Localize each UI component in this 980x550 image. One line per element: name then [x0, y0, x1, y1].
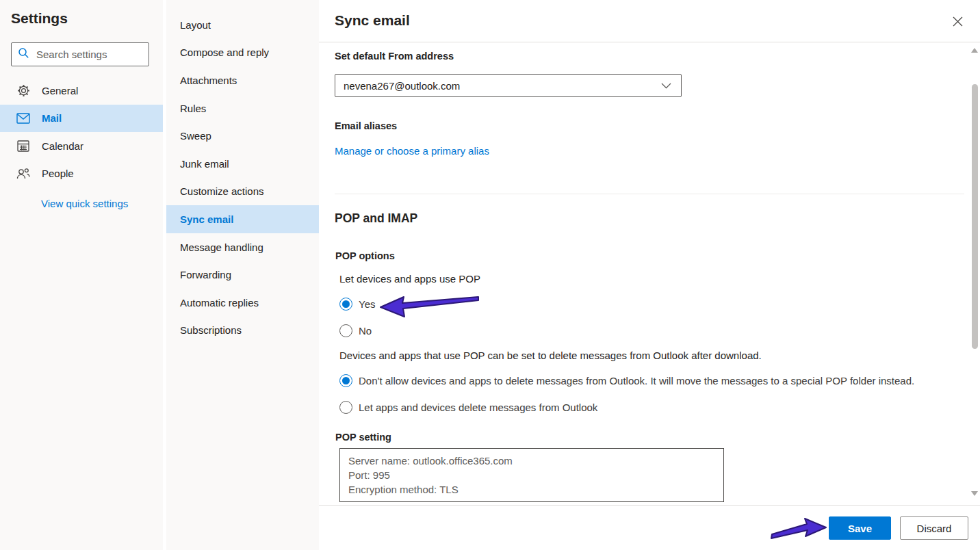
search-settings-input[interactable] [36, 49, 139, 60]
chevron-down-icon [661, 79, 671, 92]
set-default-from-address-label: Set default From address [335, 51, 454, 62]
search-icon [18, 47, 29, 62]
sidebar-item-mail[interactable]: Mail [0, 105, 163, 133]
pop-options-label: POP options [335, 250, 395, 261]
section-divider [335, 194, 964, 194]
close-icon[interactable] [950, 14, 965, 29]
calendar-icon [16, 139, 30, 153]
sync-email-panel: Sync email Set default From address neve… [319, 0, 980, 550]
radio-yes[interactable] [339, 298, 352, 311]
nav-item-attachments[interactable]: Attachments [166, 66, 319, 94]
settings-category-nav: General Mail [0, 77, 163, 187]
pop-setting-box: Server name: outlook.office365.com Port:… [339, 448, 724, 502]
let-delete-option[interactable]: Let apps and devices delete messages fro… [339, 401, 597, 414]
nav-item-forwarding[interactable]: Forwarding [166, 261, 319, 289]
nav-item-compose-and-reply[interactable]: Compose and reply [166, 39, 319, 67]
gear-icon [16, 83, 30, 97]
panel-footer: Save Discard [319, 505, 980, 550]
radio-yes-label: Yes [359, 298, 375, 310]
nav-item-sync-email[interactable]: Sync email [166, 205, 319, 233]
from-address-dropdown[interactable]: nevena267@outlook.com [335, 74, 682, 97]
sidebar-item-calendar[interactable]: Calendar [0, 132, 163, 160]
nav-item-rules[interactable]: Rules [166, 94, 319, 122]
nav-item-automatic-replies[interactable]: Automatic replies [166, 289, 319, 317]
mail-settings-nav-list: Layout Compose and reply Attachments Rul… [166, 0, 319, 344]
envelope-icon [16, 112, 30, 125]
radio-no-label: No [359, 325, 372, 337]
save-button[interactable]: Save [829, 516, 891, 540]
email-aliases-label: Email aliases [335, 120, 397, 131]
pop-encryption-line: Encryption method: TLS [348, 482, 715, 497]
search-settings-box[interactable] [11, 42, 149, 66]
radio-dont-allow-delete-label: Don't allow devices and apps to delete m… [359, 375, 914, 387]
sidebar-item-label: People [42, 168, 74, 179]
manage-primary-alias-link[interactable]: Manage or choose a primary alias [335, 145, 489, 157]
pop-yes-option[interactable]: Yes [339, 298, 375, 311]
radio-let-delete-label: Let apps and devices delete messages fro… [359, 402, 597, 413]
radio-let-delete[interactable] [339, 401, 352, 414]
outlook-settings-window: Settings [0, 0, 980, 550]
radio-no[interactable] [339, 324, 352, 337]
from-address-value: nevena267@outlook.com [344, 80, 460, 92]
pop-setting-label: POP setting [335, 432, 391, 443]
pop-and-imap-heading: POP and IMAP [335, 211, 417, 226]
nav-item-customize-actions[interactable]: Customize actions [166, 178, 319, 206]
nav-item-message-handling[interactable]: Message handling [166, 233, 319, 261]
nav-item-subscriptions[interactable]: Subscriptions [166, 317, 319, 345]
nav-item-layout[interactable]: Layout [166, 11, 319, 39]
vertical-scrollbar[interactable] [970, 43, 979, 505]
settings-sidebar: Settings [0, 0, 163, 550]
scrollbar-thumb[interactable] [972, 84, 978, 349]
pop-no-option[interactable]: No [339, 324, 372, 337]
sidebar-item-people[interactable]: People [0, 160, 163, 188]
mail-settings-nav: Layout Compose and reply Attachments Rul… [166, 0, 319, 550]
people-icon [16, 167, 30, 181]
settings-title: Settings [11, 10, 68, 27]
scroll-down-arrow-icon[interactable] [971, 491, 978, 496]
sidebar-item-label: Calendar [42, 140, 83, 152]
nav-item-sweep[interactable]: Sweep [166, 122, 319, 150]
discard-button[interactable]: Discard [900, 516, 968, 540]
radio-dont-allow-delete[interactable] [339, 374, 352, 387]
nav-item-junk-email[interactable]: Junk email [166, 150, 319, 178]
sidebar-item-label: General [42, 85, 78, 96]
pop-delete-description: Devices and apps that use POP can be set… [339, 350, 762, 361]
pop-port-line: Port: 995 [348, 468, 715, 482]
sidebar-item-general[interactable]: General [0, 77, 163, 105]
let-devices-use-pop-label: Let devices and apps use POP [339, 273, 480, 285]
dont-allow-delete-option[interactable]: Don't allow devices and apps to delete m… [339, 374, 914, 387]
panel-title: Sync email [335, 12, 410, 29]
view-quick-settings-link[interactable]: View quick settings [41, 198, 128, 209]
sidebar-item-label: Mail [42, 112, 62, 124]
scroll-up-arrow-icon[interactable] [971, 48, 978, 53]
pop-server-line: Server name: outlook.office365.com [348, 454, 715, 468]
panel-header: Sync email [319, 0, 980, 42]
